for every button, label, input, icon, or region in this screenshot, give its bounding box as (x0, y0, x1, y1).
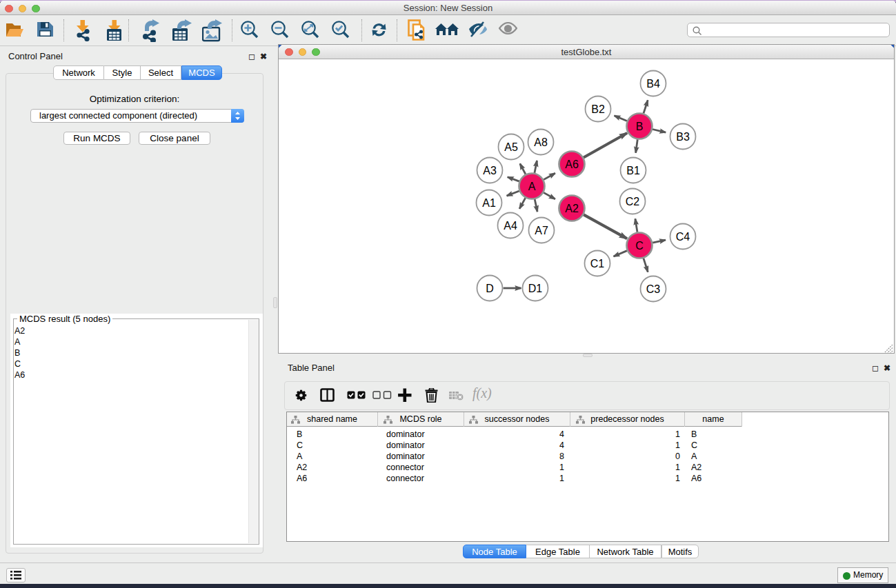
svg-text:A3: A3 (483, 165, 497, 176)
svg-text:A6: A6 (565, 159, 579, 170)
svg-text:B: B (636, 121, 644, 132)
svg-text:C2: C2 (626, 196, 640, 207)
svg-text:C1: C1 (590, 258, 605, 270)
svg-text:A1: A1 (482, 197, 496, 209)
svg-text:B1: B1 (626, 165, 640, 176)
svg-text:A4: A4 (504, 220, 517, 232)
svg-text:B4: B4 (646, 78, 660, 90)
svg-text:B2: B2 (591, 103, 605, 115)
svg-text:A: A (528, 181, 536, 192)
svg-text:C4: C4 (676, 231, 690, 243)
svg-text:A2: A2 (565, 203, 579, 214)
svg-text:A7: A7 (535, 225, 548, 236)
svg-text:A5: A5 (504, 141, 518, 153)
svg-text:B3: B3 (676, 131, 690, 143)
svg-text:D: D (486, 283, 494, 294)
svg-text:C3: C3 (646, 283, 661, 295)
svg-text:D1: D1 (528, 283, 543, 294)
svg-text:C: C (635, 240, 644, 252)
svg-text:A8: A8 (534, 136, 548, 148)
